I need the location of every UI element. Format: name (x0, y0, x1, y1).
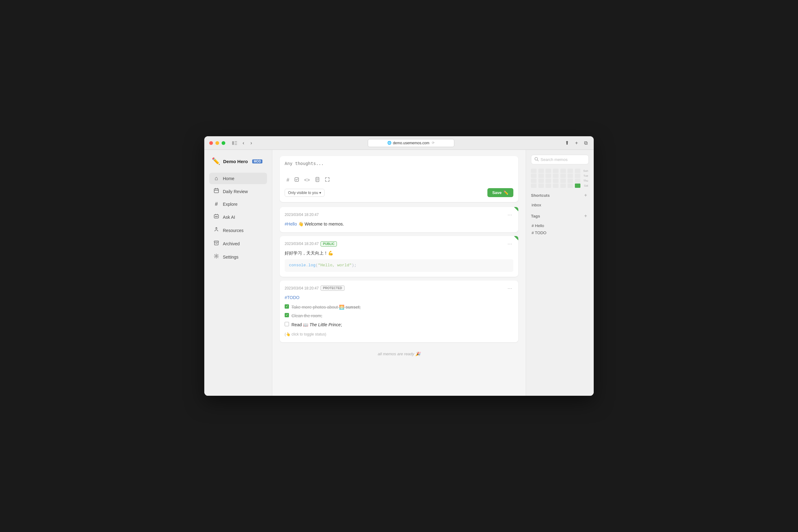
svg-rect-4 (214, 189, 219, 193)
memo-2-more-button[interactable]: ··· (506, 241, 513, 247)
sidebar-item-label-archived: Archived (223, 241, 240, 246)
visibility-button[interactable]: Only visible to you ▾ (285, 189, 324, 197)
sidebar-item-settings[interactable]: Settings (209, 251, 267, 263)
feed: # <> (272, 150, 526, 396)
titlebar: ‹ › 🌐 demo.usememos.com ⟳ ⬆ + ⧉ (204, 136, 594, 150)
url-text: demo.usememos.com (393, 141, 429, 145)
memo-2-badge: PUBLIC (320, 241, 337, 247)
memo-1-text: Welcome to memos. (304, 222, 344, 226)
doc-tool-button[interactable] (313, 176, 322, 185)
memo-3-tag[interactable]: #TODO (285, 295, 299, 300)
cal-row-1: Sun (531, 169, 589, 173)
forward-button[interactable]: › (248, 139, 254, 147)
url-display[interactable]: 🌐 demo.usememos.com ⟳ (368, 139, 454, 147)
memo-2-code-block: console.log("Hello, world"); (285, 259, 513, 272)
memo-3-header: 2023/03/04 18:20:47 PROTECTED ··· (285, 285, 513, 291)
all-memos-ready: all memos are ready 🎉 (280, 348, 518, 359)
cal-row-2: Tue (531, 174, 589, 178)
cal-cell (575, 178, 580, 183)
sidebar-toggle-button[interactable] (230, 140, 239, 147)
sidebar-item-label-resources: Resources (223, 228, 244, 233)
tags-add-button[interactable]: + (582, 213, 589, 219)
memo-1-more-button[interactable]: ··· (506, 212, 513, 217)
memo-card-3: 2023/03/04 18:20:47 PROTECTED ··· #TODO … (280, 281, 518, 343)
tags-header: Tags + (531, 213, 589, 219)
todo-item-2: ✓ Clean the room; (285, 311, 513, 320)
todo-checkbox-3[interactable] (285, 322, 289, 326)
main-content: ✏️ Demo Hero MOD ⌂ Home Daily Review (204, 150, 594, 396)
todo-item-1-text: Take more photos about 🌅 sunset; (292, 304, 361, 310)
memo-note: (👆 click to toggle status) (285, 331, 513, 337)
cal-day-tue: Tue (582, 174, 589, 177)
memo-3-more-button[interactable]: ··· (506, 285, 513, 291)
copy-button[interactable]: ⧉ (583, 140, 589, 147)
svg-point-11 (217, 216, 218, 217)
fullscreen-button[interactable] (222, 141, 225, 145)
cal-cell (575, 174, 580, 178)
cal-row-4: Sat (531, 184, 589, 188)
sidebar-item-archived[interactable]: Archived (209, 238, 267, 250)
tags-title: Tags (531, 214, 540, 218)
memo-1-header: 2023/03/04 18:20:47 ··· (285, 212, 513, 217)
cal-cell (531, 169, 537, 173)
memo-card-2: 2023/03/04 18:20:47 PUBLIC ··· 好好学习，天天向上… (280, 236, 518, 277)
svg-point-14 (216, 255, 217, 257)
shortcuts-header: Shortcuts + (531, 192, 589, 198)
cal-cell (568, 184, 573, 188)
svg-rect-3 (235, 144, 237, 145)
user-avatar-icon: ✏️ (212, 157, 220, 165)
tag-todo[interactable]: # TODO (531, 229, 589, 236)
save-pencil-icon: ✏️ (503, 190, 508, 195)
compose-footer: Only visible to you ▾ Save ✏️ (285, 188, 513, 197)
todo-checkbox-1[interactable]: ✓ (285, 304, 289, 309)
home-icon: ⌂ (213, 175, 220, 182)
svg-rect-2 (235, 143, 237, 144)
ask-ai-icon (213, 213, 220, 221)
sidebar-item-daily-review[interactable]: Daily Review (209, 185, 267, 197)
todo-item-1: ✓ Take more photos about 🌅 sunset; (285, 303, 513, 311)
sidebar-item-explore[interactable]: # Explore (209, 198, 267, 210)
cal-day-sun: Sun (582, 169, 589, 172)
memo-2-text: 好好学习，天天向上！💪 (285, 250, 513, 256)
close-button[interactable] (209, 141, 213, 145)
cal-cell (545, 178, 551, 183)
new-tab-button[interactable]: + (574, 140, 579, 147)
memo-2-content: 好好学习，天天向上！💪 console.log("Hello, world"); (285, 250, 513, 271)
share-button[interactable]: ⬆ (564, 139, 570, 147)
sidebar-item-ask-ai[interactable]: Ask AI (209, 211, 267, 223)
sidebar-item-home[interactable]: ⌂ Home (209, 173, 267, 184)
memo-1-tag[interactable]: #Hello (285, 222, 297, 226)
sidebar: ✏️ Demo Hero MOD ⌂ Home Daily Review (204, 150, 272, 396)
sidebar-item-resources[interactable]: Resources (209, 224, 267, 236)
cal-cell (538, 174, 544, 178)
shortcuts-add-button[interactable]: + (582, 192, 589, 198)
archived-icon (213, 240, 220, 247)
todo-checkbox-2[interactable]: ✓ (285, 313, 289, 317)
fullscreen-tool-button[interactable] (323, 176, 332, 185)
tag-hello[interactable]: # Hello (531, 222, 589, 229)
back-button[interactable]: ‹ (240, 139, 247, 147)
memo-1-content: #Hello 👋 Welcome to memos. (285, 221, 513, 227)
address-bar: 🌐 demo.usememos.com ⟳ (258, 139, 564, 147)
memo-3-timestamp: 2023/03/04 18:20:47 (285, 286, 319, 290)
hashtag-tool-button[interactable]: # (285, 176, 291, 184)
svg-line-21 (537, 160, 539, 161)
sidebar-item-label-settings: Settings (223, 254, 239, 260)
cal-cell (538, 169, 544, 173)
cal-day-sat: Sat (582, 184, 589, 187)
memo-3-content: #TODO ✓ Take more photos about 🌅 sunset;… (285, 294, 513, 338)
search-bar[interactable]: Search memos (531, 155, 589, 164)
minimize-button[interactable] (216, 141, 219, 145)
memo-1-timestamp: 2023/03/04 18:20:47 (285, 212, 319, 217)
cal-cell (560, 178, 566, 183)
shortcut-inbox[interactable]: inbox (531, 202, 589, 209)
cal-cell (531, 178, 537, 183)
all-ready-text: all memos are ready 🎉 (378, 352, 420, 356)
shortcuts-title: Shortcuts (531, 193, 550, 198)
cal-cell (568, 178, 573, 183)
compose-textarea[interactable] (285, 161, 513, 171)
save-button[interactable]: Save ✏️ (487, 188, 513, 197)
checkbox-tool-button[interactable] (292, 176, 301, 185)
svg-rect-1 (235, 141, 237, 142)
code-tool-button[interactable]: <> (302, 176, 312, 184)
